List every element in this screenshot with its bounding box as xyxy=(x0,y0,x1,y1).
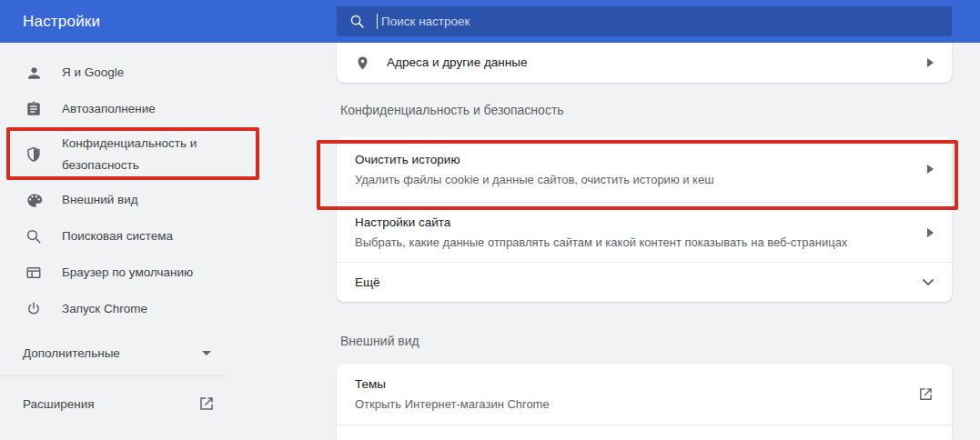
sidebar-item-label: Поисковая система xyxy=(62,225,244,247)
sidebar-item-about-chrome[interactable]: О браузере Chrome xyxy=(0,431,227,440)
header-bar: Настройки xyxy=(0,0,980,43)
section-header-appearance: Внешний вид xyxy=(340,333,419,349)
search-input[interactable] xyxy=(378,6,952,36)
external-link-icon[interactable] xyxy=(918,386,934,402)
sidebar: Я и Google Автозаполнение Конфиденциальн… xyxy=(0,43,328,440)
sidebar-item-label: Дополнительные xyxy=(23,346,120,360)
row-title: Ещё xyxy=(355,275,908,291)
sidebar-item-label: Я и Google xyxy=(62,62,244,84)
arrow-right-icon xyxy=(927,165,934,174)
addresses-row[interactable]: Адреса и другие данные xyxy=(337,43,952,83)
autofill-card: Адреса и другие данные xyxy=(337,43,952,83)
chevron-down-icon xyxy=(923,279,934,286)
sidebar-item-privacy-security[interactable]: Конфиденциальность и безопасность xyxy=(0,127,264,182)
sidebar-item-on-startup[interactable]: Запуск Chrome xyxy=(0,291,264,327)
arrow-right-icon xyxy=(927,228,934,237)
sidebar-item-autofill[interactable]: Автозаполнение xyxy=(0,91,264,127)
main-content: Адреса и другие данные Конфиденциальност… xyxy=(337,0,952,440)
sidebar-item-label: Внешний вид xyxy=(62,189,244,211)
clear-browsing-data-row[interactable]: Очистить историю Удалить файлы cookie и … xyxy=(337,136,952,202)
row-subtitle: Удалить файлы cookie и данные сайтов, оч… xyxy=(355,172,913,187)
sidebar-item-extensions[interactable]: Расширения xyxy=(0,385,227,422)
row-subtitle: Открыть Интернет-магазин Chrome xyxy=(355,396,904,412)
location-pin-icon xyxy=(355,55,370,71)
sidebar-item-search-engine[interactable]: Поисковая система xyxy=(0,218,264,255)
browser-icon xyxy=(25,264,43,282)
search-icon xyxy=(25,227,43,245)
chevron-down-icon xyxy=(202,351,211,355)
sidebar-item-label: Расширения xyxy=(23,397,95,411)
sidebar-item-label: Запуск Chrome xyxy=(62,298,244,320)
sidebar-item-you-and-google[interactable]: Я и Google xyxy=(0,55,264,91)
sidebar-item-advanced[interactable]: Дополнительные xyxy=(0,335,227,371)
appearance-card: Темы Открыть Интернет-магазин Chrome Пок… xyxy=(337,364,952,440)
external-link-icon xyxy=(198,395,215,412)
palette-icon xyxy=(25,191,43,209)
sidebar-item-label: Конфиденциальность и безопасность xyxy=(62,133,244,176)
row-title: Настройки сайта xyxy=(355,215,913,231)
sidebar-item-label: Браузер по умолчанию xyxy=(62,262,244,284)
row-title: Адреса и другие данные xyxy=(387,55,913,71)
arrow-right-icon xyxy=(927,58,934,67)
section-header-privacy: Конфиденциальность и безопасность xyxy=(340,102,564,118)
show-home-button-row[interactable]: Показывать кнопку "Главная страница" xyxy=(337,425,952,440)
chrome-settings-page: Настройки Я и Google Автозаполнение xyxy=(0,0,980,440)
page-title: Настройки xyxy=(23,0,100,43)
site-settings-row[interactable]: Настройки сайта Выбрать, какие данные от… xyxy=(337,202,952,262)
power-icon xyxy=(25,300,43,318)
settings-search-box[interactable] xyxy=(337,6,952,36)
sidebar-item-label: Автозаполнение xyxy=(62,98,244,120)
sidebar-divider xyxy=(0,375,227,376)
themes-row[interactable]: Темы Открыть Интернет-магазин Chrome xyxy=(337,364,952,425)
person-icon xyxy=(25,64,43,82)
sidebar-item-default-browser[interactable]: Браузер по умолчанию xyxy=(0,255,264,291)
shield-icon xyxy=(25,145,43,164)
row-title: Темы xyxy=(355,376,904,393)
search-icon xyxy=(349,14,365,29)
row-title: Очистить историю xyxy=(355,152,913,168)
more-row[interactable]: Ещё xyxy=(337,262,952,302)
clipboard-icon xyxy=(25,100,43,118)
row-subtitle: Выбрать, какие данные отправлять сайтам … xyxy=(355,235,913,250)
sidebar-item-appearance[interactable]: Внешний вид xyxy=(0,182,264,218)
privacy-card: Очистить историю Удалить файлы cookie и … xyxy=(337,136,952,302)
